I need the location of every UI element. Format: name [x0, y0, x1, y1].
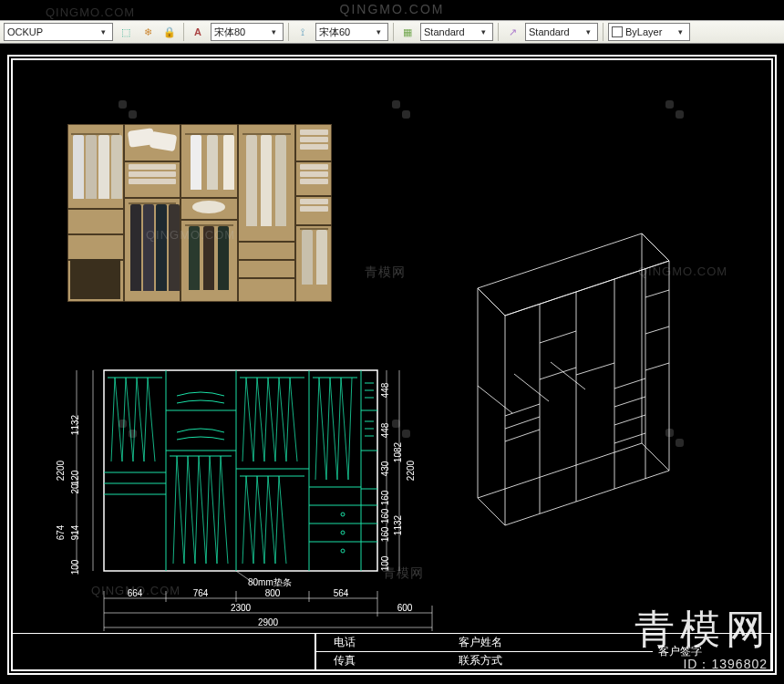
separator [498, 23, 499, 41]
chevron-down-icon: ▾ [674, 24, 686, 40]
chevron-down-icon: ▾ [267, 24, 280, 40]
svg-text:1132: 1132 [70, 414, 80, 435]
svg-text:20: 20 [70, 483, 80, 494]
phone-value [372, 634, 445, 652]
watermark-top-url: QINGMO.COM [0, 2, 784, 16]
brand-watermark: 青模网 [634, 603, 771, 657]
color-select-value: ByLayer [625, 26, 662, 37]
customer-name-label: 客户姓名 [445, 634, 516, 652]
separator [393, 23, 394, 41]
wardrobe-elevation-drawing: 1132 120 20 914 674 100 2200 448 448 430… [49, 361, 405, 635]
svg-text:100: 100 [380, 555, 390, 571]
svg-text:2900: 2900 [258, 617, 279, 627]
wardrobe-isometric [423, 233, 715, 544]
layer-select-value: OCKUP [7, 26, 43, 37]
table-style-value: Standard [529, 26, 570, 37]
separator [183, 23, 184, 41]
svg-text:160: 160 [380, 526, 390, 542]
svg-text:664: 664 [128, 588, 143, 598]
fax-value [372, 652, 445, 669]
svg-text:914: 914 [70, 524, 80, 540]
fax-label: 传真 [316, 652, 372, 669]
contact-label: 联系方式 [445, 652, 516, 669]
text-style2-value: 宋体60 [319, 26, 350, 39]
contact-value [516, 652, 653, 669]
mleader-style-icon[interactable]: ↗ [503, 23, 521, 41]
svg-text:120: 120 [70, 470, 80, 485]
svg-text:674: 674 [56, 524, 66, 540]
layer-lock-icon[interactable]: 🔒 [160, 23, 179, 41]
svg-text:564: 564 [334, 588, 349, 598]
color-swatch-icon [612, 26, 623, 37]
chevron-down-icon: ▾ [372, 24, 385, 40]
chevron-down-icon: ▾ [97, 24, 109, 40]
svg-text:764: 764 [193, 588, 209, 598]
base-note: 80mm垫条 [248, 576, 292, 589]
chevron-down-icon: ▾ [582, 24, 594, 40]
svg-text:448: 448 [380, 422, 390, 438]
text-style2-select[interactable]: 宋体60 ▾ [315, 23, 388, 41]
layer-select[interactable]: OCKUP ▾ [4, 23, 113, 41]
svg-text:448: 448 [380, 382, 390, 398]
layer-freeze-icon[interactable]: ❄ [139, 23, 157, 41]
dim-style-value: Standard [424, 26, 465, 37]
separator [603, 23, 603, 41]
svg-text:800: 800 [265, 588, 281, 598]
separator [288, 23, 289, 41]
chevron-down-icon: ▾ [477, 24, 490, 40]
svg-point-23 [341, 513, 345, 516]
svg-point-24 [341, 531, 345, 534]
drawing-frame[interactable]: 1132 120 20 914 674 100 2200 448 448 430… [7, 55, 777, 675]
text-style-icon[interactable]: A [189, 23, 207, 41]
title-block-blank [13, 634, 315, 669]
table-style-select[interactable]: Standard ▾ [525, 23, 598, 41]
svg-text:160: 160 [380, 508, 390, 523]
text-style-select[interactable]: 宋体80 ▾ [211, 23, 284, 41]
dim-style-select[interactable]: Standard ▾ [420, 23, 493, 41]
svg-text:2300: 2300 [231, 603, 252, 613]
svg-point-25 [341, 549, 345, 553]
table-style-icon[interactable]: ▦ [398, 23, 417, 41]
svg-text:2200: 2200 [406, 460, 416, 481]
svg-text:160: 160 [380, 490, 390, 505]
cad-toolbar: OCKUP ▾ ⬚ ❄ 🔒 A 宋体80 ▾ ⟟ 宋体60 ▾ ▦ Standa… [0, 20, 784, 44]
wardrobe-photo [67, 124, 332, 302]
layer-states-icon[interactable]: ⬚ [117, 23, 135, 41]
color-select[interactable]: ByLayer ▾ [608, 23, 690, 41]
svg-text:100: 100 [70, 559, 80, 575]
svg-text:1082: 1082 [393, 441, 403, 462]
customer-name-value [516, 634, 653, 652]
svg-text:2200: 2200 [56, 460, 66, 481]
svg-text:430: 430 [380, 461, 390, 476]
brand-id: ID：1396802 [683, 657, 768, 673]
text-style-value: 宋体80 [214, 26, 245, 39]
svg-text:1132: 1132 [393, 514, 403, 535]
phone-label: 电话 [316, 634, 372, 652]
svg-text:600: 600 [397, 603, 413, 613]
dim-style-icon[interactable]: ⟟ [294, 23, 312, 41]
